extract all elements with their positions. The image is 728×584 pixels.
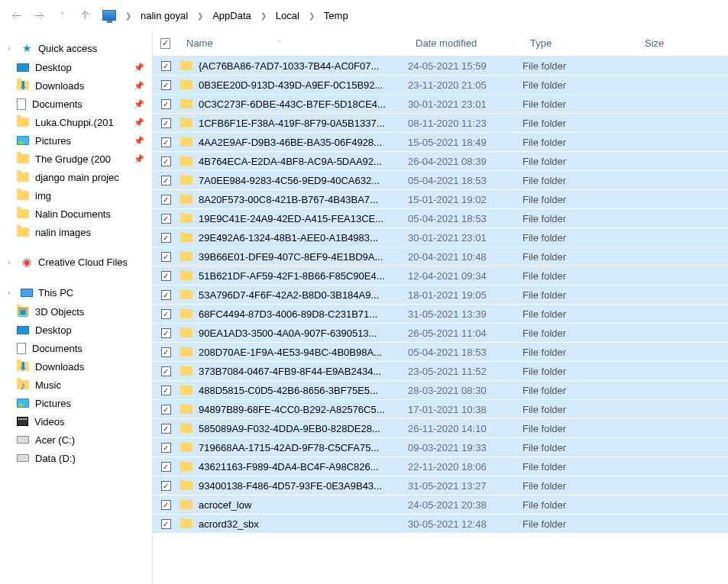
file-row[interactable]: ✓acrord32_sbx30-05-2021 12:48File folder [153,515,728,534]
row-checkbox[interactable]: ✓ [161,156,171,166]
row-checkbox[interactable]: ✓ [161,309,171,319]
row-checkbox[interactable]: ✓ [161,99,171,109]
file-row[interactable]: ✓8A20F573-00C8-421B-B767-4B43BA7...15-01… [153,190,728,209]
breadcrumb-item[interactable]: Temp [321,8,351,23]
breadcrumb-item[interactable]: Local [273,8,303,23]
file-row[interactable]: ✓19E9C41E-24A9-42ED-A415-FEA13CE...05-04… [153,209,728,228]
row-checkbox[interactable]: ✓ [161,500,171,510]
column-header-size[interactable]: Size [637,31,728,56]
row-checkbox[interactable]: ✓ [161,176,171,186]
row-checkbox[interactable]: ✓ [161,137,171,147]
file-row[interactable]: ✓29E492A6-1324-48B1-AEE0-A1B4983...30-01… [153,228,728,247]
sidebar-item[interactable]: Documents📌 [0,95,152,113]
file-row[interactable]: ✓53A796D7-4F6F-42A2-B8D0-3B184A9...18-01… [153,286,728,305]
row-checkbox[interactable]: ✓ [161,519,171,529]
file-row[interactable]: ✓4B764ECA-E2DA-4BF8-AC9A-5DAA92...26-04-… [153,152,728,171]
sidebar-item[interactable]: Acer (C:) [0,431,152,449]
file-type: File folder [523,327,637,339]
sidebar-item[interactable]: ⬇Downloads [0,357,152,376]
chevron-right-icon[interactable]: ❯ [197,11,203,20]
forward-button[interactable]: 🡢 [29,5,49,25]
row-checkbox[interactable]: ✓ [161,252,171,262]
column-header-date[interactable]: Date modified [408,31,523,56]
breadcrumb-item[interactable]: AppData [209,8,254,23]
file-row[interactable]: ✓373B7084-0467-4FB9-8F44-E9AB2434...23-0… [153,362,728,381]
row-checkbox[interactable]: ✓ [161,80,171,90]
file-date: 31-05-2021 13:27 [408,480,523,492]
sidebar-item[interactable]: Data (D:) [0,449,152,467]
row-checkbox[interactable]: ✓ [161,462,171,472]
column-header-type[interactable]: Type [523,31,637,56]
row-checkbox[interactable]: ✓ [161,118,171,128]
quick-access-header[interactable]: › ★ Quick access [0,38,152,58]
file-row[interactable]: ✓43621163-F989-4DA4-BC4F-A98C826...22-11… [153,457,728,476]
file-row[interactable]: ✓0C3C273F-6DBE-443C-B7EF-5D18CE4...30-01… [153,95,728,114]
row-checkbox[interactable]: ✓ [161,271,171,281]
file-row[interactable]: ✓208D70AE-1F9A-4E53-94BC-4B0B98A...05-04… [153,343,728,362]
this-pc-header[interactable]: › This PC [0,282,152,302]
row-checkbox[interactable]: ✓ [161,290,171,300]
sidebar-item[interactable]: ⬇Downloads📌 [0,76,152,95]
file-row[interactable]: ✓51B621DF-AF59-42F1-8B66-F85C90E4...12-0… [153,266,728,286]
file-name: 93400138-F486-4D57-93FE-0E3A9B43... [199,480,382,492]
sidebar-item[interactable]: The Grudge (200📌 [0,150,152,168]
file-row[interactable]: ✓{AC76BA86-7AD7-1033-7B44-AC0F07...24-05… [153,56,728,76]
file-row[interactable]: ✓39B66E01-DFE9-407C-8EF9-4E1BD9A...20-04… [153,247,728,266]
breadcrumb[interactable]: ❯ nalin goyal ❯ AppData ❯ Local ❯ Temp [102,8,351,23]
column-label: Name [186,37,213,49]
row-checkbox[interactable]: ✓ [161,328,171,338]
row-checkbox[interactable]: ✓ [161,481,171,491]
row-checkbox[interactable]: ✓ [161,366,171,376]
up-button[interactable]: 🡡 [75,5,95,25]
file-row[interactable]: ✓1CFB6F1E-F38A-419F-8F79-0A5B1337...08-1… [153,114,728,133]
file-row[interactable]: ✓0B3EE20D-913D-439D-A9EF-0C15B92...23-11… [153,76,728,95]
file-row[interactable]: ✓585089A9-F032-4DDA-9EB0-828DE28...26-11… [153,419,728,438]
breadcrumb-item[interactable]: nalin goyal [138,8,191,23]
row-checkbox[interactable]: ✓ [161,195,171,205]
sidebar-item[interactable]: Luka.Chuppi.(201📌 [0,113,152,131]
chevron-right-icon[interactable]: › [8,44,15,53]
file-row[interactable]: ✓90EA1AD3-3500-4A0A-907F-6390513...26-05… [153,324,728,343]
sidebar-item[interactable]: Desktop📌 [0,58,152,76]
back-button[interactable]: 🡠 [6,5,26,25]
file-row[interactable]: ✓488D5815-C0D5-42B6-8656-3BF75E5...28-03… [153,381,728,400]
row-checkbox[interactable]: ✓ [161,347,171,357]
file-row[interactable]: ✓7A0EE984-9283-4C56-9ED9-40CA632...05-04… [153,171,728,190]
sidebar-item[interactable]: Documents [0,339,152,357]
folder-icon [17,173,29,182]
row-checkbox[interactable]: ✓ [161,214,171,224]
row-checkbox[interactable]: ✓ [161,405,171,415]
chevron-right-icon[interactable]: › [8,258,15,266]
sidebar-item[interactable]: img [0,186,152,205]
file-row[interactable]: ✓4AA2E9AF-D9B3-46BE-BA35-06F4928...15-05… [153,133,728,152]
sidebar-item[interactable]: Nalin Documents [0,205,152,223]
sidebar-item[interactable]: nalin images [0,223,152,241]
file-row[interactable]: ✓acrocef_low24-05-2021 20:38File folder [153,495,728,515]
select-all-checkbox[interactable]: ✓ [153,31,179,56]
row-checkbox[interactable]: ✓ [161,443,171,453]
file-row[interactable]: ✓93400138-F486-4D57-93FE-0E3A9B43...31-0… [153,476,728,495]
sidebar-item[interactable]: Videos [0,412,152,431]
row-checkbox[interactable]: ✓ [161,424,171,434]
recent-dropdown[interactable]: ˅ [52,5,72,25]
column-header-name[interactable]: Name ˆ [179,31,408,56]
chevron-right-icon[interactable]: ❯ [260,11,267,20]
file-name: 585089A9-F032-4DDA-9EB0-828DE28... [199,423,380,434]
sidebar-item-label: Data (D:) [35,453,144,464]
row-checkbox[interactable]: ✓ [161,386,171,395]
sidebar-item[interactable]: ▣3D Objects [0,302,152,321]
sidebar-item[interactable]: django main projec [0,168,152,186]
file-row[interactable]: ✓719668AA-1715-42AD-9F78-C5CFA75...09-03… [153,438,728,457]
file-row[interactable]: ✓94897B89-68FE-4CC0-B292-A82576C5...17-0… [153,400,728,419]
chevron-right-icon[interactable]: ❯ [309,11,315,20]
sidebar-item[interactable]: Pictures [0,394,152,412]
sidebar-item[interactable]: ♪Music [0,376,152,394]
file-row[interactable]: ✓68FC4494-87D3-4006-89D8-C231B71...31-05… [153,305,728,324]
row-checkbox[interactable]: ✓ [161,61,171,71]
chevron-right-icon[interactable]: ❯ [125,11,131,20]
chevron-right-icon[interactable]: › [8,289,15,297]
creative-cloud-item[interactable]: › ◉ Creative Cloud Files [0,252,152,272]
row-checkbox[interactable]: ✓ [161,233,171,243]
sidebar-item[interactable]: Desktop [0,321,152,339]
sidebar-item[interactable]: Pictures📌 [0,131,152,150]
